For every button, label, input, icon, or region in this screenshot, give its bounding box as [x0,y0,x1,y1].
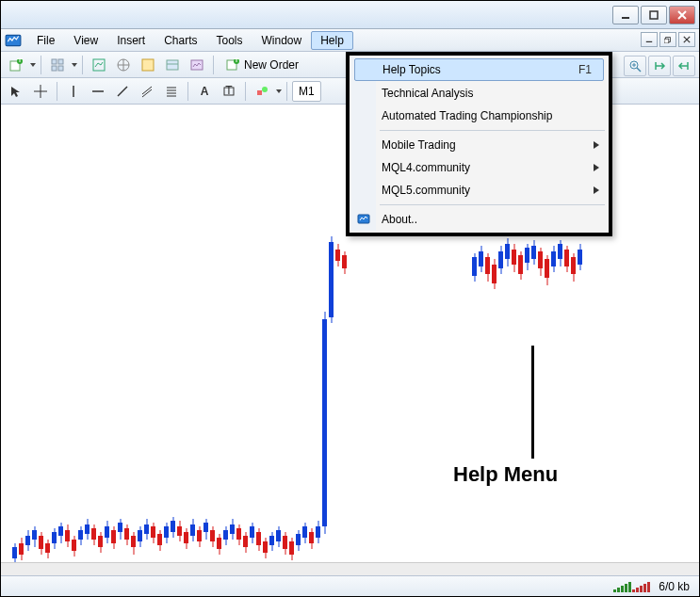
auto-scroll-button[interactable] [648,56,671,76]
toolbar-sep [41,56,41,74]
svg-rect-15 [52,66,57,71]
svg-rect-22 [167,60,178,70]
text-label-tool[interactable]: T [218,81,240,102]
titlebar [1,1,699,29]
new-chart-button[interactable]: + [5,55,27,75]
menubar: File View Insert Charts Tools Window Hel… [1,29,699,52]
help-menu-item-label: MQL4.community [382,161,470,174]
help-menu-item[interactable]: About.. [351,208,607,231]
dropdown-separator [380,130,605,131]
zoom-in-button[interactable] [624,56,646,76]
window-maximize-button[interactable] [641,6,667,24]
svg-rect-16 [58,66,63,71]
mdi-controls [641,32,695,47]
candlestick [12,105,17,575]
candlestick [329,105,334,575]
vertical-line-tool[interactable] [62,81,85,102]
connection-indicator-icon [613,581,651,592]
cursor-tool[interactable] [5,81,27,102]
candlestick [39,105,43,575]
menu-tools[interactable]: Tools [207,31,252,50]
svg-text:+: + [233,57,239,66]
about-icon [356,212,371,227]
help-menu-item[interactable]: Mobile Trading [351,134,607,156]
svg-rect-7 [664,39,669,43]
candlestick [111,105,116,575]
crosshair-tool[interactable] [29,81,52,102]
menu-help[interactable]: Help [311,31,353,50]
profiles-dropdown[interactable] [71,55,77,75]
menu-view[interactable]: View [64,31,107,50]
svg-line-44 [637,68,641,72]
candlestick [302,105,307,575]
shapes-dropdown[interactable] [275,81,282,102]
svg-rect-14 [58,59,63,64]
new-chart-dropdown[interactable] [29,55,36,75]
dropdown-separator [380,204,605,205]
market-watch-button[interactable] [88,55,110,75]
help-menu-item[interactable]: Technical Analysis [351,82,607,105]
candlestick [190,105,195,575]
menu-insert[interactable]: Insert [107,31,155,50]
candlestick [177,105,182,575]
help-menu-item-label: Automated Trading Championship [382,109,552,122]
candlestick [144,105,149,575]
toolbar-sep [82,56,83,74]
help-menu-item-label: About.. [382,213,417,226]
horizontal-line-tool[interactable] [87,81,109,102]
candlestick [236,105,241,575]
svg-rect-24 [191,60,203,70]
window-minimize-button[interactable] [612,6,639,24]
candlestick [223,105,228,575]
data-window-button[interactable] [137,55,159,75]
help-menu-item[interactable]: MQL4.community [351,156,607,179]
svg-text:+: + [16,57,23,66]
svg-rect-1 [650,11,658,19]
candlestick [316,105,320,575]
menu-charts[interactable]: Charts [155,31,206,50]
timeframe-selector[interactable]: M1 [292,81,321,102]
text-tool[interactable]: A [193,81,216,102]
shapes-tool[interactable] [251,81,273,102]
toolbar-sep [187,82,188,101]
svg-line-32 [118,87,127,96]
candlestick [309,105,314,575]
candlestick [52,105,57,575]
help-menu-item[interactable]: MQL5.community [351,179,607,202]
connection-text: 6/0 kb [659,580,690,593]
candlestick [131,105,136,575]
new-order-button[interactable]: + New Order [219,55,305,75]
menu-window[interactable]: Window [252,31,312,50]
terminal-button[interactable] [161,55,184,75]
chart-timeline-strip [1,562,699,575]
toolbar-sep [245,82,246,101]
mdi-restore-button[interactable] [659,32,676,47]
statusbar: 6/0 kb [1,575,699,596]
window-close-button[interactable] [669,6,695,24]
candlestick [296,105,301,575]
navigator-button[interactable] [112,55,135,75]
svg-rect-21 [142,59,154,71]
help-menu-item[interactable]: Automated Trading Championship [351,105,607,127]
candlestick [118,105,122,575]
timeframe-label: M1 [299,85,315,98]
profiles-button[interactable] [46,55,69,75]
svg-rect-13 [52,59,57,64]
menu-file[interactable]: File [27,31,64,50]
candlestick [217,105,221,575]
candlestick [184,105,188,575]
candlestick [230,105,235,575]
chart-shift-button[interactable] [673,56,695,76]
strategy-tester-button[interactable] [186,55,208,75]
candlestick [283,105,287,575]
svg-text:T: T [225,85,233,97]
fibonacci-tool[interactable] [160,81,183,102]
candlestick [164,105,169,575]
help-menu-item[interactable]: Help TopicsF1 [354,58,604,81]
candlestick [210,105,215,575]
mdi-minimize-button[interactable] [641,32,658,47]
candlestick [25,105,30,575]
trendline-tool[interactable] [111,81,134,102]
channel-tool[interactable] [136,81,158,102]
mdi-close-button[interactable] [678,32,695,47]
